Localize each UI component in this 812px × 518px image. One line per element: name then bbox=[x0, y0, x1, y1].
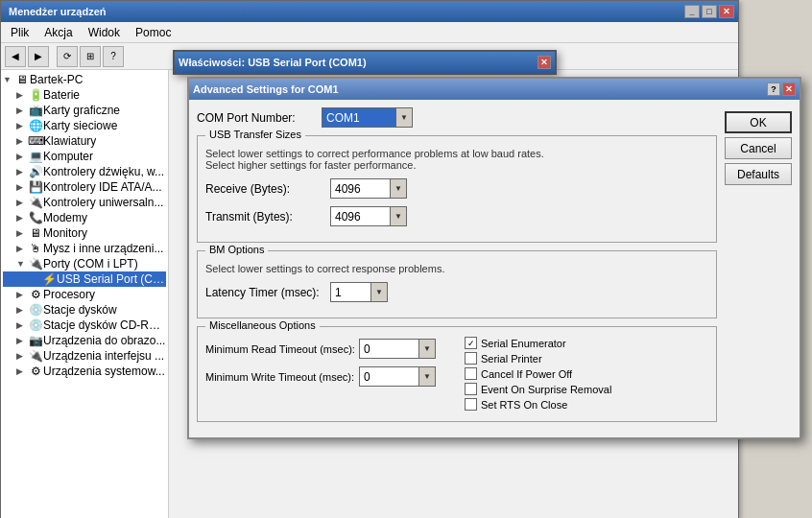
min-write-dropdown-button[interactable]: ▼ bbox=[418, 367, 435, 386]
label-proc: Procesory bbox=[43, 288, 95, 301]
tree-karty-graf[interactable]: ▶ 📺 Karty graficzne bbox=[3, 103, 166, 118]
menu-pomoc[interactable]: Pomoc bbox=[128, 24, 179, 41]
close-button[interactable]: ✕ bbox=[719, 5, 734, 18]
adv-close-button[interactable]: ✕ bbox=[782, 82, 796, 96]
tree-root[interactable]: ▼ 🖥 Bartek-PC bbox=[3, 72, 166, 87]
min-read-dropdown-button[interactable]: ▼ bbox=[418, 340, 435, 358]
tree-kontrolery-ide[interactable]: ▶ 💾 Kontrolery IDE ATA/A... bbox=[3, 179, 166, 195]
tree-baterie[interactable]: ▶ 🔋 Baterie bbox=[3, 87, 166, 103]
transmit-dropdown-button[interactable]: ▼ bbox=[390, 207, 406, 225]
tree-kontrolery-uni[interactable]: ▶ 🔌 Kontrolery uniwersaln... bbox=[3, 195, 166, 210]
label-mysz: Mysz i inne urządzeni... bbox=[43, 242, 163, 255]
props-button[interactable]: ⊞ bbox=[80, 46, 101, 67]
tree-klawiatury[interactable]: ▶ ⌨ Klawiatury bbox=[3, 133, 166, 149]
adv-action-buttons: OK Cancel Defaults bbox=[725, 107, 792, 430]
back-button[interactable]: ◀ bbox=[5, 46, 26, 67]
tree-usb-serial[interactable]: ⚡ USB Serial Port (CO... bbox=[3, 271, 166, 287]
min-read-combo[interactable]: 0 ▼ bbox=[359, 339, 436, 359]
receive-combo[interactable]: 4096 ▼ bbox=[330, 178, 407, 199]
forward-button[interactable]: ▶ bbox=[28, 46, 49, 67]
tree-urzadzenia-int[interactable]: ▶ 🔌 Urządzenia interfejsu ... bbox=[3, 348, 166, 364]
check-cancel-power: Cancel If Power Off bbox=[465, 367, 708, 380]
tree-urzadzenia-sys[interactable]: ▶ ⚙ Urządzenia systemow... bbox=[3, 364, 166, 379]
maximize-button[interactable]: □ bbox=[702, 5, 717, 18]
cancel-button[interactable]: Cancel bbox=[725, 137, 792, 159]
misc-options-label: Miscellaneous Options bbox=[205, 319, 320, 331]
check-set-rts: Set RTS On Close bbox=[465, 398, 708, 411]
min-read-row: Minimum Read Timeout (msec): 0 ▼ bbox=[205, 339, 449, 359]
menu-akcja[interactable]: Akcja bbox=[36, 24, 80, 41]
tree-komputer[interactable]: ▶ 💻 Komputer bbox=[3, 149, 166, 164]
arrow-mysz: ▶ bbox=[16, 244, 28, 253]
defaults-button[interactable]: Defaults bbox=[725, 163, 792, 185]
tree-mysz[interactable]: ▶ 🖱 Mysz i inne urządzeni... bbox=[3, 241, 166, 256]
usys-icon: ⚙ bbox=[28, 365, 43, 378]
tree-karty-siec[interactable]: ▶ 🌐 Karty sieciowe bbox=[3, 118, 166, 133]
tree-monitory[interactable]: ▶ 🖥 Monitory bbox=[3, 225, 166, 241]
min-write-combo[interactable]: 0 ▼ bbox=[359, 366, 436, 387]
checkbox-serial-enum[interactable] bbox=[465, 337, 477, 349]
sta-icon: 💿 bbox=[28, 303, 43, 317]
kuni-icon: 🔌 bbox=[28, 196, 43, 209]
label-port: Porty (COM i LPT) bbox=[43, 257, 138, 271]
usb-icon: ⚡ bbox=[41, 272, 57, 286]
label-usys: Urządzenia systemow... bbox=[43, 365, 165, 378]
com-port-dropdown-button[interactable]: ▼ bbox=[395, 108, 412, 127]
baterie-icon: 🔋 bbox=[28, 88, 43, 102]
min-write-label: Minimum Write Timeout (msec): bbox=[205, 371, 359, 383]
tree-kontrolery-dzw[interactable]: ▶ 🔊 Kontrolery dźwięku, w... bbox=[3, 164, 166, 179]
adv-title: Advanced Settings for COM1 bbox=[193, 83, 339, 95]
root-label: Bartek-PC bbox=[30, 73, 83, 86]
kide-icon: 💾 bbox=[28, 180, 43, 194]
com-port-combo[interactable]: COM1 ▼ bbox=[322, 107, 413, 128]
usb-desc-line1: Select lower settings to correct perform… bbox=[205, 148, 708, 159]
menu-widok[interactable]: Widok bbox=[81, 24, 128, 41]
checkbox-event-surprise[interactable] bbox=[465, 383, 477, 395]
usb-transfer-desc: Select lower settings to correct perform… bbox=[205, 148, 708, 171]
label-event-surprise: Event On Surprise Removal bbox=[481, 384, 611, 395]
advanced-settings-dialog: Advanced Settings for COM1 ? ✕ COM Port … bbox=[187, 77, 801, 439]
kgraf-icon: 📺 bbox=[28, 104, 43, 117]
tree-stacje[interactable]: ▶ 💿 Stacje dysków bbox=[3, 302, 166, 318]
arrow-ksiec: ▶ bbox=[16, 121, 28, 130]
adv-help-button[interactable]: ? bbox=[767, 82, 780, 96]
transmit-combo[interactable]: 4096 ▼ bbox=[330, 206, 407, 226]
arrow-mod: ▶ bbox=[16, 213, 28, 223]
com-port-row: COM Port Number: COM1 ▼ bbox=[197, 107, 717, 128]
tree-porty[interactable]: ▼ 🔌 Porty (COM i LPT) bbox=[3, 256, 166, 271]
props-close-button[interactable]: ✕ bbox=[537, 56, 551, 69]
arrow-klaw: ▶ bbox=[16, 136, 28, 146]
tree-urzadzenia-obr[interactable]: ▶ 📷 Urządzenia do obrazo... bbox=[3, 333, 166, 348]
receive-value: 4096 bbox=[331, 182, 390, 196]
checkbox-serial-printer[interactable] bbox=[465, 352, 477, 365]
refresh-button[interactable]: ⟳ bbox=[57, 46, 78, 67]
minimize-button[interactable]: _ bbox=[684, 5, 700, 18]
check-serial-printer: Serial Printer bbox=[465, 352, 708, 365]
receive-dropdown-button[interactable]: ▼ bbox=[390, 179, 406, 198]
tree-modemy[interactable]: ▶ 📞 Modemy bbox=[3, 210, 166, 225]
latency-combo[interactable]: 1 ▼ bbox=[330, 282, 388, 302]
latency-dropdown-button[interactable]: ▼ bbox=[370, 283, 387, 301]
tree-procesory[interactable]: ▶ ⚙ Procesory bbox=[3, 287, 166, 302]
props-titlebar: Właściwości: USB Serial Port (COM1) ✕ bbox=[175, 52, 555, 73]
tree-stacje-cd[interactable]: ▶ 💿 Stacje dysków CD-RO... bbox=[3, 318, 166, 333]
adv-titlebar-buttons: ? ✕ bbox=[767, 82, 796, 96]
checkbox-cancel-power[interactable] bbox=[465, 367, 477, 380]
label-mon: Monitory bbox=[43, 226, 87, 240]
mod-icon: 📞 bbox=[28, 211, 43, 224]
arrow-uobr: ▶ bbox=[16, 336, 28, 345]
label-serial-printer: Serial Printer bbox=[481, 353, 542, 365]
menu-plik[interactable]: Plik bbox=[3, 24, 36, 41]
checkbox-set-rts[interactable] bbox=[465, 398, 477, 411]
help-button[interactable]: ? bbox=[103, 46, 124, 67]
komp-icon: 💻 bbox=[28, 150, 43, 163]
label-kuni: Kontrolery uniwersaln... bbox=[43, 196, 163, 209]
proc-icon: ⚙ bbox=[28, 288, 43, 301]
min-write-row: Minimum Write Timeout (msec): 0 ▼ bbox=[205, 366, 449, 387]
label-serial-enum: Serial Enumerator bbox=[481, 338, 566, 349]
mon-icon: 🖥 bbox=[28, 226, 43, 240]
min-write-value: 0 bbox=[360, 370, 418, 384]
props-titlebar-buttons: ✕ bbox=[537, 56, 551, 69]
ok-button[interactable]: OK bbox=[725, 111, 792, 133]
usb-desc-line2: Select higher settings for faster perfor… bbox=[205, 159, 708, 171]
